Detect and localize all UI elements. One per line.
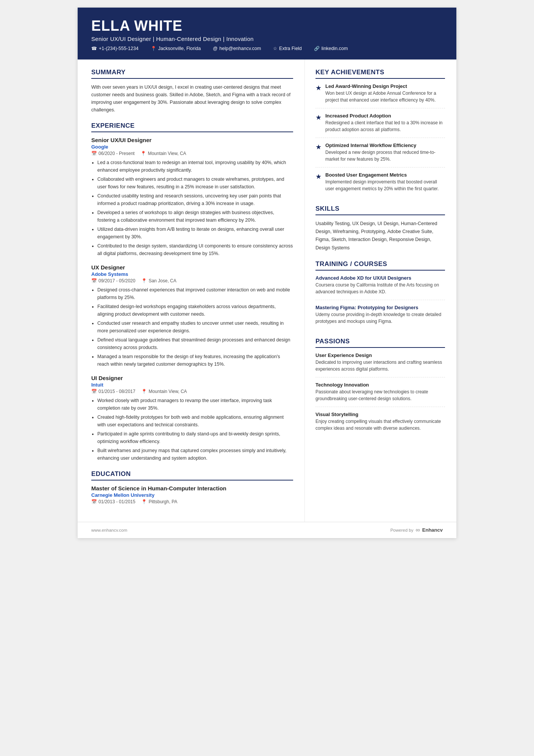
passion-item-2: Visual Storytelling Enjoy creating compe… [315,412,445,436]
education-section: EDUCATION Master of Science in Human-Com… [91,470,293,504]
achievement-item-3: ★ Boosted User Engagement Metrics Implem… [315,172,445,197]
achievement-content-3: Boosted User Engagement Metrics Implemen… [325,172,445,192]
list-item: Led a cross-functional team to redesign … [97,159,293,174]
job-bullets-adobe: Designed cross-channel experiences that … [91,286,293,368]
calendar-icon-intuit: 📅 [91,389,97,394]
passion-item-0: User Experience Design Dedicated to impr… [315,352,445,377]
skills-text: Usability Testing, UX Design, UI Design,… [315,220,445,252]
education-title: EDUCATION [91,470,293,481]
calendar-icon: 📅 [91,151,97,156]
edu-school: Carnegie Mellon University [91,492,293,498]
ach-title-1: Increased Product Adoption [325,113,445,119]
passion-desc-0: Dedicated to improving user interactions… [315,359,445,373]
email-text: help@enhancv.com [219,46,261,51]
list-item: Collaborated with engineers and product … [97,175,293,191]
ach-desc-3: Implemented design improvements that boo… [325,178,445,192]
body-section: SUMMARY With over seven years in UX/UI d… [78,59,456,522]
edu-location: 📍 Pittsburgh, PA [141,499,177,504]
job-location-adobe: 📍 San Jose, CA [141,278,176,283]
summary-section: SUMMARY With over seven years in UX/UI d… [91,69,293,114]
summary-text: With over seven years in UX/UI design, I… [91,83,293,114]
passions-section: PASSIONS User Experience Design Dedicate… [315,338,445,436]
list-item: Facilitated design-led workshops engagin… [97,303,293,318]
ach-title-3: Boosted User Engagement Metrics [325,172,445,178]
job-meta-google: 📅 06/2020 - Present 📍 Mountain View, CA [91,151,293,156]
passion-desc-1: Passionate about leveraging new technolo… [315,388,445,402]
training-item-0: Advanced Adobe XD for UX/UI Designers Co… [315,275,445,300]
phone-icon: ☎ [91,46,97,51]
list-item: Participated in agile sprints contributi… [97,430,293,445]
skills-section: SKILLS Usability Testing, UX Design, UI … [315,205,445,252]
job-bullets-intuit: Worked closely with product managers to … [91,397,293,462]
job-google: Senior UX/UI Designer Google 📅 06/2020 -… [91,137,293,257]
email-icon: @ [213,46,217,51]
list-item: Worked closely with product managers to … [97,397,293,412]
summary-title: SUMMARY [91,69,293,79]
list-item: Contributed to the design system, standa… [97,242,293,257]
infinity-icon: ∞ [415,527,420,534]
contact-location: 📍 Jacksonville, Florida [151,46,201,51]
achievements-title: KEY ACHIEVEMENTS [315,69,445,79]
contact-bar: ☎ +1-(234)-555-1234 📍 Jacksonville, Flor… [91,46,443,51]
passion-title-1: Technology Innovation [315,382,445,388]
candidate-name: ELLA WHITE [91,18,443,34]
experience-title: EXPERIENCE [91,122,293,132]
achievement-item-1: ★ Increased Product Adoption Redesigned … [315,113,445,138]
training-title: TRAINING / COURSES [315,260,445,271]
training-course-title-1: Mastering Figma: Prototyping for Designe… [315,305,445,310]
list-item: Conducted user research and empathy stud… [97,319,293,335]
calendar-icon-adobe: 📅 [91,278,97,283]
achievement-content-0: Led Award-Winning Design Project Won bes… [325,83,445,103]
resume-wrapper: ELLA WHITE Senior UX/UI Designer | Human… [78,8,456,538]
footer-website: www.enhancv.com [91,528,127,532]
edu-degree: Master of Science in Human-Computer Inte… [91,485,293,491]
footer-logo: Powered by ∞ Enhancv [390,527,443,534]
left-column: SUMMARY With over seven years in UX/UI d… [78,59,305,522]
achievements-section: KEY ACHIEVEMENTS ★ Led Award-Winning Des… [315,69,445,197]
skills-title: SKILLS [315,205,445,215]
achievement-item-0: ★ Led Award-Winning Design Project Won b… [315,83,445,108]
passions-title: PASSIONS [315,338,445,348]
achievement-content-1: Increased Product Adoption Redesigned a … [325,113,445,133]
ach-title-2: Optimized Internal Workflow Efficiency [325,142,445,148]
passion-item-1: Technology Innovation Passionate about l… [315,382,445,407]
powered-by-text: Powered by [390,528,414,532]
training-course-title-0: Advanced Adobe XD for UX/UI Designers [315,275,445,281]
job-company-adobe: Adobe Systems [91,271,293,277]
list-item: Developed a series of workshops to align… [97,209,293,224]
edu-dates: 📅 01/2013 - 01/2015 [91,499,135,504]
location-icon: 📍 [151,46,156,51]
list-item: Managed a team responsible for the desig… [97,353,293,368]
brand-name: Enhancv [422,527,443,533]
job-location-google: 📍 Mountain View, CA [141,151,186,156]
job-dates-intuit: 📅 01/2015 - 08/2017 [91,389,135,394]
phone-text: +1-(234)-555-1234 [99,46,139,51]
edu-meta: 📅 01/2013 - 01/2015 📍 Pittsburgh, PA [91,499,293,504]
passion-title-2: Visual Storytelling [315,412,445,417]
job-title-google: Senior UX/UI Designer [91,137,293,143]
experience-section: EXPERIENCE Senior UX/UI Designer Google … [91,122,293,462]
list-item: Built wireframes and journey maps that c… [97,447,293,462]
job-bullets-google: Led a cross-functional team to redesign … [91,159,293,257]
list-item: Conducted usability testing and research… [97,192,293,207]
ach-title-0: Led Award-Winning Design Project [325,83,445,89]
ach-desc-0: Won best UX design at Adobe Annual Confe… [325,90,445,103]
extra-text: Extra Field [279,46,302,51]
right-column: KEY ACHIEVEMENTS ★ Led Award-Winning Des… [305,59,456,522]
job-title-intuit: UI Designer [91,375,293,381]
job-dates-adobe: 📅 09/2017 - 05/2020 [91,278,135,283]
header-section: ELLA WHITE Senior UX/UI Designer | Human… [78,8,456,59]
job-title-adobe: UX Designer [91,264,293,271]
achievement-item-2: ★ Optimized Internal Workflow Efficiency… [315,142,445,167]
candidate-title: Senior UX/UI Designer | Human-Centered D… [91,36,443,42]
location-icon-intuit: 📍 [141,389,147,394]
achievement-content-2: Optimized Internal Workflow Efficiency D… [325,142,445,163]
training-section: TRAINING / COURSES Advanced Adobe XD for… [315,260,445,329]
link-icon: 🔗 [314,46,320,51]
star-filled-icon-2: ★ [315,143,322,163]
linkedin-text: linkedin.com [322,46,348,51]
location-icon-adobe: 📍 [141,278,147,283]
passion-title-0: User Experience Design [315,352,445,358]
contact-linkedin: 🔗 linkedin.com [314,46,348,51]
job-meta-intuit: 📅 01/2015 - 08/2017 📍 Mountain View, CA [91,389,293,394]
